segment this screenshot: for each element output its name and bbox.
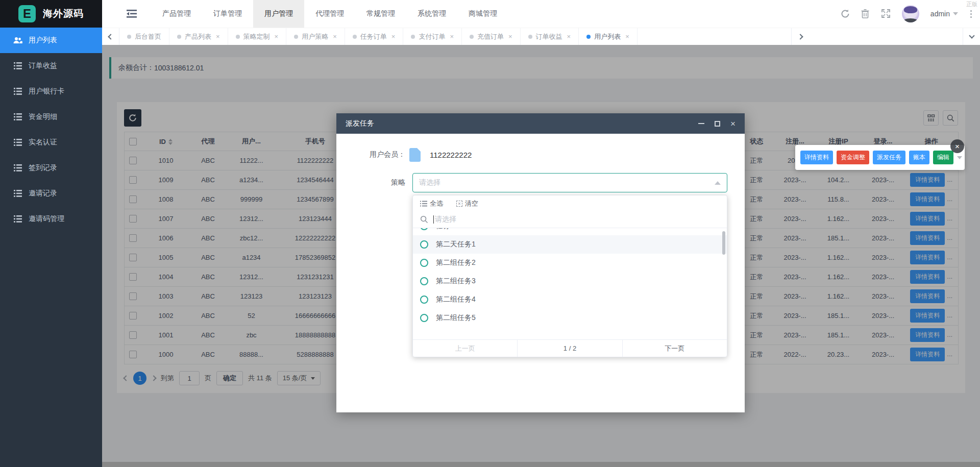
search-icon xyxy=(420,215,428,224)
strategy-select[interactable]: 请选择 xyxy=(412,173,727,192)
dispatch-task-button[interactable]: 派发任务 xyxy=(873,151,905,164)
radio-icon[interactable] xyxy=(420,240,428,249)
dropdown-search[interactable]: 请选择 xyxy=(413,211,727,228)
sidebar-item[interactable]: 签到记录 xyxy=(0,155,102,181)
ledger-button[interactable]: 账本 xyxy=(909,151,929,164)
sidebar-item[interactable]: 邀请记录 xyxy=(0,181,102,206)
tab-item[interactable]: 任务订单 × xyxy=(345,28,404,45)
main-menu-item[interactable]: 产品管理 xyxy=(151,0,202,28)
tab-close-icon[interactable]: × xyxy=(625,33,629,40)
tab-item[interactable]: 订单收益 × xyxy=(521,28,579,45)
sidebar-item[interactable]: 用户列表 xyxy=(0,28,102,53)
radio-icon[interactable] xyxy=(420,296,428,304)
clear-action[interactable]: × 清空 xyxy=(456,199,478,208)
tab-item[interactable]: 策略定制 × xyxy=(228,28,287,45)
main-menu-item[interactable]: 系统管理 xyxy=(406,0,457,28)
tab-close-icon[interactable]: × xyxy=(216,33,220,40)
chevron-down-icon[interactable] xyxy=(957,156,962,159)
tab-item[interactable]: 产品列表 × xyxy=(169,28,228,45)
dropdown-next-button[interactable]: 下一页 xyxy=(623,340,727,357)
chevron-down-icon xyxy=(953,12,958,15)
main-menu-item[interactable]: 常规管理 xyxy=(355,0,406,28)
modal-header: 派发任务 × xyxy=(336,113,745,134)
list-icon xyxy=(13,214,22,224)
tab-item[interactable]: 充值订单 × xyxy=(462,28,521,45)
sidebar-item[interactable]: 订单收益 xyxy=(0,53,102,79)
sidebar-item-label: 资金明细 xyxy=(29,112,57,121)
close-icon[interactable]: × xyxy=(730,119,736,128)
option-label: 第二组任务4 xyxy=(436,295,476,304)
more-vertical-icon[interactable] xyxy=(969,9,973,19)
option-item[interactable]: 第二组任务2 xyxy=(413,254,727,272)
avatar[interactable] xyxy=(902,5,919,22)
option-label: 第二组任务3 xyxy=(436,277,476,286)
option-item[interactable]: 任务4 xyxy=(413,228,727,235)
select-all-action[interactable]: 全选 xyxy=(420,199,443,208)
option-item[interactable]: 第二组任务5 xyxy=(413,309,727,327)
chevron-right-icon xyxy=(797,34,803,39)
member-label: 用户会员： xyxy=(336,150,405,159)
tab-item[interactable]: 支付订单 × xyxy=(403,28,462,45)
main-menu-item-label: 订单管理 xyxy=(213,9,242,18)
main-menu-item-label: 产品管理 xyxy=(162,9,191,18)
tab-dot xyxy=(236,35,240,39)
user-menu[interactable]: admin xyxy=(930,10,958,18)
sidebar-item[interactable]: 实名认证 xyxy=(0,130,102,155)
sidebar-item[interactable]: 邀请码管理 xyxy=(0,206,102,232)
option-label: 第二组任务2 xyxy=(436,258,476,267)
edit-button[interactable]: 编辑 xyxy=(933,151,953,164)
tabs-menu-button[interactable] xyxy=(963,28,980,45)
tab-label: 支付订单 xyxy=(419,32,445,41)
tabbar: 后台首页 产品列表 × 策略定制 × 用户策略 × 任务订单 × 支付订单 × … xyxy=(102,28,980,45)
main-menu-item[interactable]: 订单管理 xyxy=(202,0,253,28)
chevron-up-icon xyxy=(715,181,721,185)
tabs-prev-button[interactable] xyxy=(102,28,119,45)
dropdown-prev-button[interactable]: 上一页 xyxy=(413,340,518,357)
detail-button[interactable]: 详情资料 xyxy=(800,151,833,164)
tab-item[interactable]: 后台首页 xyxy=(119,28,169,45)
chevron-down-icon xyxy=(969,33,974,38)
tab-label: 产品列表 xyxy=(185,32,211,41)
sidebar-item-label: 订单收益 xyxy=(29,61,57,70)
maximize-icon[interactable] xyxy=(715,121,720,127)
collapse-sidebar-icon[interactable] xyxy=(127,10,137,18)
radio-icon[interactable] xyxy=(420,314,428,322)
tab-dot xyxy=(353,35,357,39)
tab-close-icon[interactable]: × xyxy=(333,33,337,40)
fullscreen-icon[interactable] xyxy=(881,9,891,18)
sidebar-item-label: 用户银行卡 xyxy=(29,87,64,96)
main-menu-item[interactable]: 商城管理 xyxy=(457,0,508,28)
option-item[interactable]: 第二组任务4 xyxy=(413,290,727,309)
dropdown-scrollbar[interactable] xyxy=(722,231,725,255)
tab-item[interactable]: 用户列表 × xyxy=(579,28,638,45)
tab-close-icon[interactable]: × xyxy=(391,33,396,40)
radio-icon[interactable] xyxy=(420,277,428,285)
main-menu-item-label: 商城管理 xyxy=(469,9,497,18)
close-icon[interactable]: × xyxy=(950,139,964,153)
option-item[interactable]: 第二组任务3 xyxy=(413,272,727,290)
tab-close-icon[interactable]: × xyxy=(508,33,512,40)
main-menu-item[interactable]: 用户管理 xyxy=(253,0,304,28)
tabs-next-button[interactable] xyxy=(791,28,808,45)
sidebar-item[interactable]: 资金明细 xyxy=(0,104,102,130)
tab-label: 充值订单 xyxy=(477,32,504,41)
navbar: 产品管理 订单管理 用户管理 代理管理 常规管理 系统管理 商城管理 admin xyxy=(102,0,980,28)
fund-adjust-button[interactable]: 资金调整 xyxy=(837,151,869,164)
minimize-icon[interactable] xyxy=(698,123,704,124)
tab-label: 订单收益 xyxy=(536,32,562,41)
option-item[interactable]: 第二天任务1 xyxy=(413,235,727,254)
tab-dot xyxy=(528,35,532,39)
radio-icon[interactable] xyxy=(420,259,428,267)
sidebar-item[interactable]: 用户银行卡 xyxy=(0,79,102,104)
trash-icon[interactable] xyxy=(861,9,870,18)
tab-close-icon[interactable]: × xyxy=(450,33,454,40)
tab-label: 任务订单 xyxy=(360,32,387,41)
radio-icon[interactable] xyxy=(420,228,428,230)
logo-icon: E xyxy=(18,5,36,22)
tab-close-icon[interactable]: × xyxy=(275,33,279,40)
tab-item[interactable]: 用户策略 × xyxy=(286,28,345,45)
refresh-icon[interactable] xyxy=(841,9,850,18)
main-menu-item[interactable]: 代理管理 xyxy=(304,0,355,28)
tab-close-icon[interactable]: × xyxy=(567,33,571,40)
main-menu-item-label: 系统管理 xyxy=(418,9,446,18)
